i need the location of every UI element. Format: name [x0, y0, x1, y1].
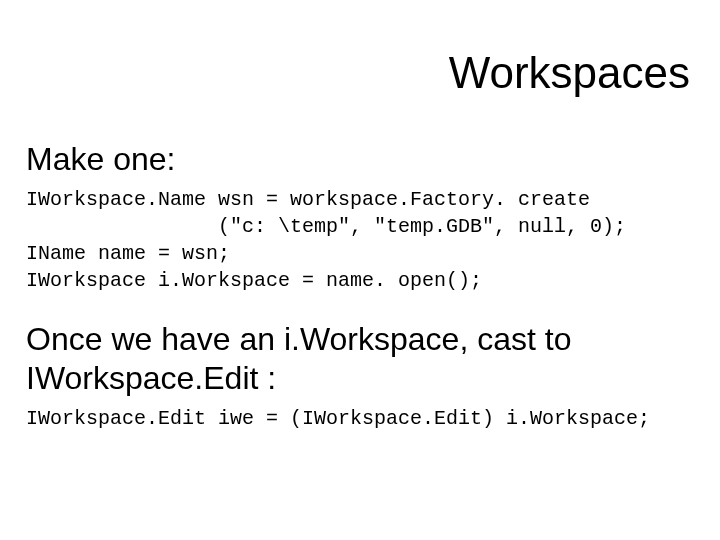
- code-line: IWorkspace i.Workspace = name. open();: [26, 269, 482, 292]
- spacer: [26, 310, 690, 320]
- code-block-1: IWorkspace.Name wsn = workspace.Factory.…: [26, 186, 690, 294]
- code-block-2: IWorkspace.Edit iwe = (IWorkspace.Edit) …: [26, 405, 690, 432]
- slide: Workspaces Make one: IWorkspace.Name wsn…: [0, 0, 720, 540]
- slide-title: Workspaces: [449, 48, 690, 98]
- section-heading-make-one: Make one:: [26, 140, 690, 178]
- code-line: IWorkspace.Name wsn = workspace.Factory.…: [26, 188, 590, 211]
- code-line: IName name = wsn;: [26, 242, 230, 265]
- section-heading-cast: Once we have an i.Workspace, cast to IWo…: [26, 320, 690, 397]
- code-line: IWorkspace.Edit iwe = (IWorkspace.Edit) …: [26, 407, 650, 430]
- code-line: ("c: \temp", "temp.GDB", null, 0);: [26, 215, 626, 238]
- slide-body: Make one: IWorkspace.Name wsn = workspac…: [26, 140, 690, 448]
